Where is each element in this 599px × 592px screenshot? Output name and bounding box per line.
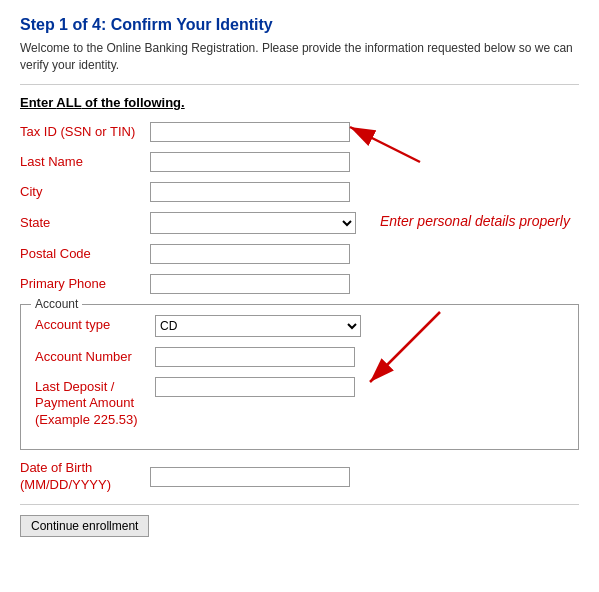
tax-id-label: Tax ID (SSN or TIN) <box>20 124 150 139</box>
last-name-row: Last Name <box>20 152 579 172</box>
account-type-select[interactable]: CD Checking Savings Money Market <box>155 315 361 337</box>
postal-code-row: Postal Code <box>20 244 579 264</box>
enter-all-text: Enter ALL of the following. <box>20 95 579 110</box>
account-number-label: Account Number <box>35 347 155 366</box>
last-name-input[interactable] <box>150 152 350 172</box>
account-section: Account Account type CD Checking Savings… <box>20 304 579 451</box>
state-select[interactable]: AL AK AZ CA CO FL NY TX <box>150 212 356 234</box>
enter-all-suffix: of the following. <box>81 95 184 110</box>
city-label: City <box>20 184 150 199</box>
last-name-label: Last Name <box>20 154 150 169</box>
postal-code-label: Postal Code <box>20 246 150 261</box>
divider-bottom <box>20 504 579 505</box>
page-subtitle: Welcome to the Online Banking Registrati… <box>20 40 579 74</box>
state-row: State AL AK AZ CA CO FL NY TX <box>20 212 579 234</box>
dob-row: Date of Birth (MM/DD/YYYY) <box>20 460 579 494</box>
form-container: Tax ID (SSN or TIN) Last Name City State… <box>20 122 579 494</box>
last-deposit-input[interactable] <box>155 377 355 397</box>
primary-phone-label: Primary Phone <box>20 276 150 291</box>
continue-enrollment-button[interactable]: Continue enrollment <box>20 515 149 537</box>
primary-phone-row: Primary Phone <box>20 274 579 294</box>
account-number-input[interactable] <box>155 347 355 367</box>
last-deposit-label: Last Deposit / Payment Amount (Example 2… <box>35 377 155 430</box>
last-deposit-row: Last Deposit / Payment Amount (Example 2… <box>35 377 564 430</box>
divider-top <box>20 84 579 85</box>
primary-phone-input[interactable] <box>150 274 350 294</box>
account-box: Account Account type CD Checking Savings… <box>20 304 579 451</box>
dob-input[interactable] <box>150 467 350 487</box>
city-input[interactable] <box>150 182 350 202</box>
page-title: Step 1 of 4: Confirm Your Identity <box>20 16 579 34</box>
enter-all-prefix: Enter <box>20 95 56 110</box>
enter-all-bold: ALL <box>56 95 81 110</box>
city-row: City <box>20 182 579 202</box>
button-row: Continue enrollment <box>20 515 579 537</box>
postal-code-input[interactable] <box>150 244 350 264</box>
account-type-row: Account type CD Checking Savings Money M… <box>35 315 564 337</box>
account-legend: Account <box>31 297 82 311</box>
tax-id-input[interactable] <box>150 122 350 142</box>
dob-label: Date of Birth (MM/DD/YYYY) <box>20 460 150 494</box>
state-label: State <box>20 215 150 230</box>
tax-id-row: Tax ID (SSN or TIN) <box>20 122 579 142</box>
account-number-row: Account Number <box>35 347 564 367</box>
account-type-label: Account type <box>35 315 155 334</box>
